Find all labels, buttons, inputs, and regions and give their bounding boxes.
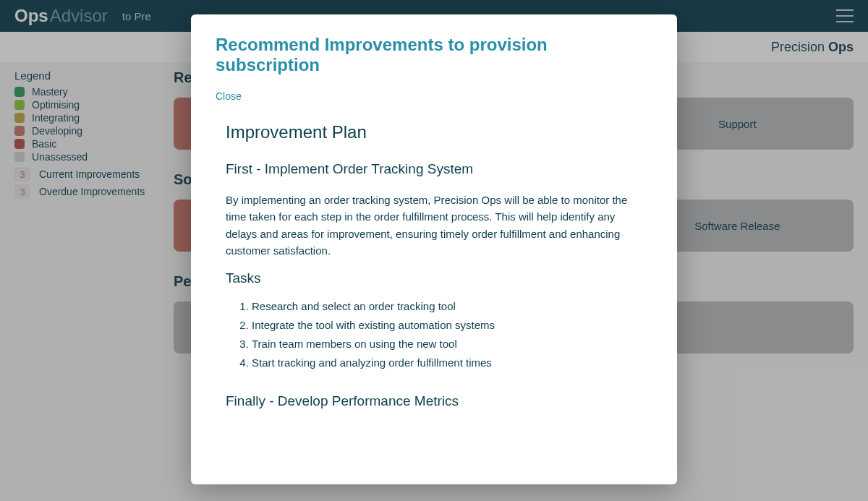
modal-overlay[interactable]: Recommend Improvements to provision subs… <box>0 0 868 501</box>
task-item: Start tracking and analyzing order fulfi… <box>252 354 642 372</box>
task-item: Train team members on using the new tool <box>252 335 642 353</box>
first-step-heading: First - Implement Order Tracking System <box>226 161 642 177</box>
close-button[interactable]: Close <box>216 90 242 102</box>
finally-heading: Finally - Develop Performance Metrics <box>226 393 642 409</box>
task-item: Integrate the tool with existing automat… <box>252 317 642 334</box>
task-item: Research and select an order tracking to… <box>252 298 642 315</box>
tasks-list: Research and select an order tracking to… <box>226 298 642 372</box>
plan-heading: Improvement Plan <box>226 122 642 142</box>
first-step-body: By implementing an order tracking system… <box>226 192 642 259</box>
tasks-heading: Tasks <box>226 270 642 286</box>
modal-body: Improvement Plan First - Implement Order… <box>216 122 652 424</box>
improvement-modal: Recommend Improvements to provision subs… <box>191 14 677 484</box>
modal-title: Recommend Improvements to provision subs… <box>216 35 652 75</box>
